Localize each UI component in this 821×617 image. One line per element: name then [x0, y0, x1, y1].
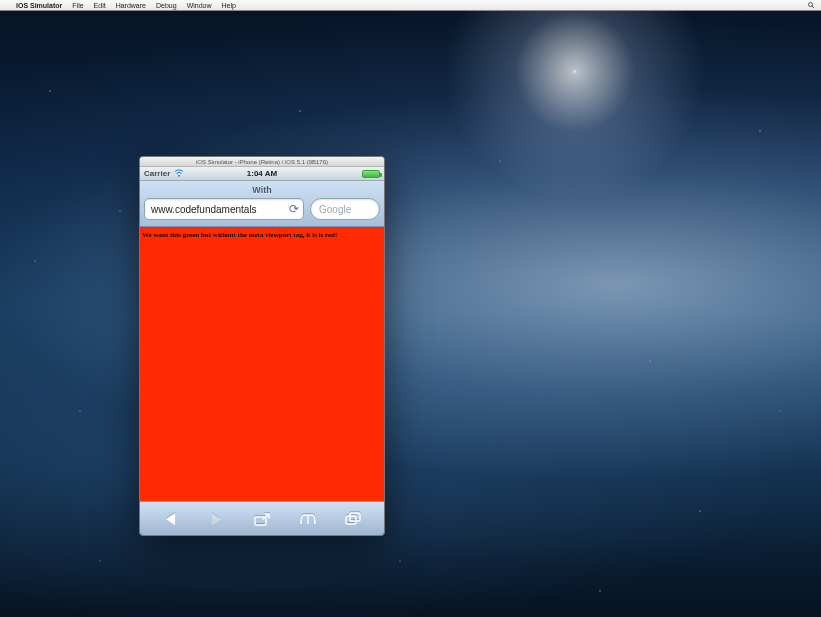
menu-hardware[interactable]: Hardware: [116, 2, 146, 9]
url-field[interactable]: www.codefundamentals ⟳: [144, 198, 304, 220]
spotlight-icon[interactable]: [807, 1, 815, 10]
wifi-icon: [174, 169, 184, 179]
menu-help[interactable]: Help: [222, 2, 236, 9]
page-title: With: [144, 183, 380, 198]
desktop-wallpaper: [0, 11, 821, 617]
menu-file[interactable]: File: [72, 2, 83, 9]
web-content[interactable]: We want this green but without the meta …: [140, 227, 384, 501]
safari-navigation-bar: With www.codefundamentals ⟳ Google: [140, 181, 384, 227]
svg-line-1: [812, 6, 814, 8]
search-field[interactable]: Google: [310, 198, 380, 220]
share-button[interactable]: [248, 507, 276, 531]
svg-rect-6: [346, 516, 356, 524]
menu-window[interactable]: Window: [187, 2, 212, 9]
ios-status-bar: Carrier 1:04 AM: [140, 167, 384, 181]
safari-toolbar: [140, 501, 384, 535]
bookmarks-button[interactable]: [294, 507, 322, 531]
mac-menubar: iOS Simulator File Edit Hardware Debug W…: [0, 0, 821, 11]
svg-rect-7: [350, 513, 360, 521]
simulator-title: iOS Simulator - iPhone (Retina) / iOS 5.…: [196, 159, 328, 165]
simulator-titlebar[interactable]: iOS Simulator - iPhone (Retina) / iOS 5.…: [140, 157, 384, 167]
url-text: www.codefundamentals: [151, 204, 257, 215]
app-menu[interactable]: iOS Simulator: [16, 2, 62, 9]
svg-marker-3: [166, 513, 175, 525]
menu-debug[interactable]: Debug: [156, 2, 177, 9]
reload-icon[interactable]: ⟳: [285, 202, 299, 216]
forward-button[interactable]: [202, 507, 230, 531]
svg-point-0: [809, 2, 813, 6]
search-placeholder: Google: [319, 204, 351, 215]
carrier-label: Carrier: [144, 169, 170, 178]
status-clock: 1:04 AM: [247, 169, 277, 178]
page-body-text: We want this green but without the meta …: [142, 231, 382, 239]
ios-screen: Carrier 1:04 AM With www.codefundamental…: [140, 167, 384, 535]
ios-simulator-window: iOS Simulator - iPhone (Retina) / iOS 5.…: [139, 156, 385, 536]
svg-marker-4: [212, 513, 221, 525]
svg-point-2: [179, 174, 181, 176]
tabs-button[interactable]: [339, 507, 367, 531]
battery-icon: [362, 170, 380, 178]
menu-edit[interactable]: Edit: [94, 2, 106, 9]
back-button[interactable]: [157, 507, 185, 531]
